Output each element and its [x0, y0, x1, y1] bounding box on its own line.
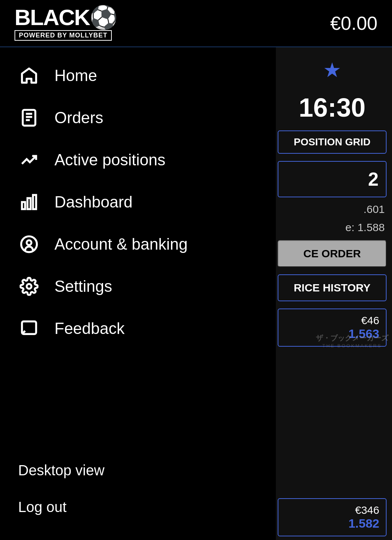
info-row-1: .601: [272, 200, 392, 218]
sidebar-item-home[interactable]: Home: [0, 55, 276, 97]
svg-rect-4: [22, 202, 25, 209]
sidebar-item-orders[interactable]: Orders: [0, 97, 276, 139]
watermark-japanese: ザ・ブックメーカーズ: [316, 333, 388, 343]
sidebar-item-dashboard-label: Dashboard: [54, 193, 132, 211]
desktop-view-item[interactable]: Desktop view: [0, 452, 276, 489]
star-container: ★: [272, 47, 392, 89]
bet-amount-1: €46: [361, 314, 379, 327]
sidebar-item-feedback[interactable]: Feedback: [0, 307, 276, 350]
svg-rect-6: [33, 195, 36, 209]
info-text-2: e: 1.588: [279, 221, 385, 234]
svg-point-9: [27, 284, 32, 289]
sidebar-item-home-label: Home: [54, 67, 97, 85]
sidebar-item-account-label: Account & banking: [54, 235, 188, 253]
desktop-view-label: Desktop view: [18, 462, 105, 478]
sidebar-item-dashboard[interactable]: Dashboard: [0, 181, 276, 223]
logo-text: BLACK: [15, 6, 90, 29]
home-icon: [18, 65, 40, 86]
sidebar-item-account-banking[interactable]: Account & banking: [0, 223, 276, 265]
logo: BLACK⚽ POWERED BY MOLLYBET: [15, 6, 117, 41]
info-text-1: .601: [279, 203, 385, 215]
logo-ball-icon: ⚽: [90, 6, 117, 29]
account-banking-icon: [18, 233, 40, 255]
sidebar-item-feedback-label: Feedback: [54, 319, 124, 338]
value-display-box: 2: [278, 161, 387, 197]
position-grid-button[interactable]: POSITION GRID: [278, 130, 387, 154]
nav-bottom: Desktop view Log out: [0, 452, 276, 533]
value-number: 2: [286, 168, 379, 190]
watermark-english: THE BOOKMAKERS: [316, 343, 388, 348]
dashboard-icon: [18, 191, 40, 213]
log-out-item[interactable]: Log out: [0, 489, 276, 525]
bet-odds-2: 1.582: [348, 516, 379, 531]
svg-point-8: [27, 240, 32, 245]
settings-icon: [18, 275, 40, 297]
price-history-button[interactable]: RICE HISTORY: [278, 274, 387, 301]
nav-divider: [0, 350, 276, 452]
sidebar-item-settings[interactable]: Settings: [0, 265, 276, 307]
event-time: 16:30: [272, 89, 392, 126]
right-panel: ★ 16:30 POSITION GRID 2 .601 e: 1.588 CE…: [272, 47, 392, 540]
balance-display: €0.00: [330, 12, 377, 34]
feedback-icon: [18, 318, 40, 339]
sidebar-item-active-positions[interactable]: Active positions: [0, 139, 276, 181]
log-out-label: Log out: [18, 499, 66, 515]
logo-subtitle: POWERED BY MOLLYBET: [15, 30, 112, 41]
favorite-star-icon[interactable]: ★: [323, 58, 341, 82]
info-row-2: e: 1.588: [272, 218, 392, 237]
sidebar-menu: Home Orders Active positions: [0, 47, 276, 540]
bet-amount-2: €346: [355, 504, 379, 516]
place-order-button[interactable]: CE ORDER: [278, 240, 387, 267]
active-positions-icon: [18, 149, 40, 171]
orders-icon: [18, 107, 40, 129]
sidebar-item-orders-label: Orders: [54, 109, 103, 127]
logo-main-text: BLACK⚽: [15, 6, 117, 29]
header: BLACK⚽ POWERED BY MOLLYBET €0.00: [0, 0, 392, 47]
sidebar-item-settings-label: Settings: [54, 277, 112, 295]
sidebar-item-active-positions-label: Active positions: [54, 151, 166, 169]
bet-box-2: €346 1.582: [278, 498, 387, 536]
main-layout: Home Orders Active positions: [0, 47, 392, 540]
svg-rect-5: [28, 198, 31, 209]
